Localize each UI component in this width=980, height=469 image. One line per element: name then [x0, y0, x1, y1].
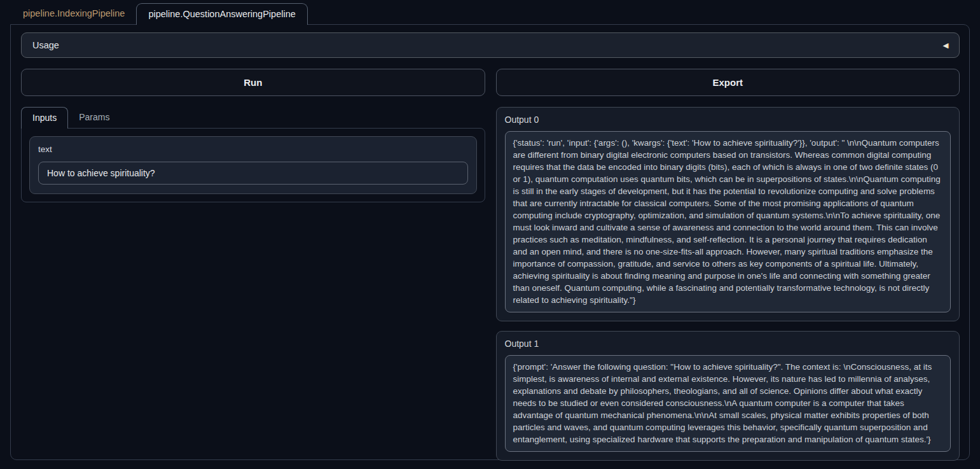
tab-params[interactable]: Params	[68, 107, 120, 128]
usage-accordion-label: Usage	[32, 40, 59, 50]
question-answering-panel: Usage ◀ Run Export Inputs Params text Ou…	[10, 24, 970, 460]
text-field-group: text	[29, 136, 477, 194]
export-button[interactable]: Export	[496, 69, 960, 96]
output-1-textbox[interactable]: {'prompt': 'Answer the following questio…	[505, 355, 951, 452]
output-0-group: Output 0 {'status': 'run', 'input': {'ar…	[496, 107, 960, 321]
run-button[interactable]: Run	[21, 69, 485, 96]
output-0-label: Output 0	[505, 115, 951, 125]
inputs-tabbar: Inputs Params	[21, 107, 485, 128]
output-1-group: Output 1 {'prompt': 'Answer the followin…	[496, 331, 960, 461]
content-columns: Inputs Params text Output 0 {'status': '…	[21, 107, 960, 461]
usage-accordion[interactable]: Usage ◀	[21, 32, 960, 58]
text-field-label: text	[38, 144, 468, 154]
tab-indexing-pipeline[interactable]: pipeline.IndexingPipeline	[11, 3, 136, 24]
inputs-column: Inputs Params text	[21, 107, 485, 202]
tab-inputs[interactable]: Inputs	[21, 107, 68, 129]
output-1-label: Output 1	[505, 339, 951, 349]
action-button-row: Run Export	[21, 69, 960, 96]
inputs-tab-panel: text	[21, 128, 485, 202]
output-0-textbox[interactable]: {'status': 'run', 'input': {'args': (), …	[505, 131, 951, 312]
tab-question-answering-pipeline[interactable]: pipeline.QuestionAnsweringPipeline	[136, 3, 307, 25]
accordion-collapse-arrow-icon[interactable]: ◀	[943, 41, 948, 50]
pipeline-tabbar: pipeline.IndexingPipeline pipeline.Quest…	[0, 0, 980, 24]
text-input[interactable]	[38, 162, 468, 185]
outputs-column: Output 0 {'status': 'run', 'input': {'ar…	[496, 107, 960, 461]
